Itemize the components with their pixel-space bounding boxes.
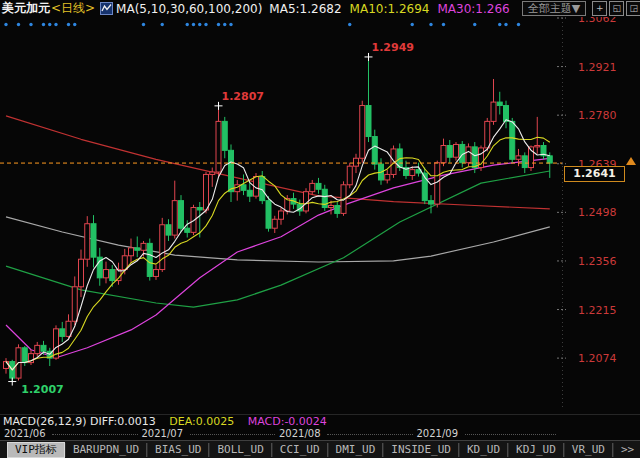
candle-body [60,329,65,337]
candle-body [491,102,496,121]
signal-dot [17,23,20,26]
candle-body [197,208,202,210]
signal-dot [198,23,201,26]
candle-body [329,205,334,207]
axis-label: 1.2780 [578,109,617,122]
candle-body [204,174,209,209]
current-price-marker-icon [626,157,636,165]
month-label: 2021/09 [417,428,459,439]
candle-body [72,287,77,321]
month-label: 2021/07 [142,428,184,439]
crosshair-icon[interactable]: + [592,1,607,16]
indicator-tab-boll_ud[interactable]: BOLL_UD [209,443,271,457]
signal-dot [223,23,226,26]
candle-body [172,201,177,235]
date-grid-dots [52,434,138,435]
indicator-tab-vip[interactable]: VIP指标 [7,442,65,458]
indicator-tab-bias_ud[interactable]: BIAS_UD [147,443,209,457]
candle-body [510,121,515,159]
indicator-tab-barupdn_ud[interactable]: BARUPDN_UD [65,443,147,457]
date-axis: 2021/062021/072021/082021/09 [0,428,640,440]
candlestick-chart[interactable]: 1.30621.29211.27801.26391.24981.23561.22… [0,0,640,440]
signal-dot [142,23,145,26]
indicator-tab-cci_ud[interactable]: CCI_UD [272,443,328,457]
axis-label: 1.2356 [578,255,617,268]
candle-body [4,362,9,369]
signal-dot [498,23,501,26]
candle-body [160,225,165,270]
low-annotation: 1.2007 [21,383,63,396]
candle-body [454,144,459,157]
indicator-tab-dmi_ud[interactable]: DMI_UD [328,443,384,457]
chart-header: 美元加元 <日线> MA(5,10,30,60,100,200) MA5:1.2… [0,0,640,17]
current-price-tag: 1.2641 [564,166,625,182]
signal-dot [348,23,351,26]
signal-dot [48,23,51,26]
indicator-tab-vr_ud[interactable]: VR_UD [564,443,613,457]
candle-body [354,158,359,166]
signal-dot [192,23,195,26]
month-label: 2021/06 [4,428,46,439]
ma5-value: MA5:1.2682 [269,2,341,16]
candle-body [466,147,471,163]
macd-macd-label: MACD:-0.0024 [248,415,327,428]
candle-body [216,121,221,172]
candle-body [141,243,146,250]
signal-dot [411,23,414,26]
signal-dot [229,23,232,26]
indicator-tab-[interactable]: >> [613,443,640,457]
indicator-tab-inside_ud[interactable]: INSIDE_UD [383,443,459,457]
candle-body [166,225,171,235]
candle-body [279,211,284,219]
candle-body [366,106,371,137]
candle-body [504,106,509,122]
candle-body [347,166,352,185]
signal-dot [217,23,220,26]
pane-next-icon[interactable]: ◲ [626,1,640,16]
signal-dot [204,23,207,26]
candle-body [535,146,540,147]
candle-body [335,205,340,213]
axis-label: 1.2498 [578,206,617,219]
candle-body [372,137,377,165]
candle-body [429,201,434,204]
candle-body [410,170,415,176]
signal-dot [504,23,507,26]
candle-body [472,147,477,168]
all-themes-dropdown[interactable]: 全部主题▼ [522,1,586,16]
ma30-value: MA30:1.266 [437,2,509,16]
candle-body [147,243,152,276]
signal-dot [42,23,45,26]
indicator-tab-bar: VIP指标BARUPDN_UDBIAS_UDBOLL_UDCCI_UDDMI_U… [0,440,640,458]
signal-dot [517,23,520,26]
candle-body [91,224,96,257]
macd-dea-label: DEA:0.0025 [169,415,234,428]
macd-diff-label: MACD(26,12,9) DIFF:0.0013 [3,415,156,428]
candle-body [241,185,246,191]
signal-dot [4,23,7,26]
date-grid-dots [327,434,413,435]
signal-dot [442,23,445,26]
candle-body [516,156,521,159]
signal-dot [29,23,32,26]
indicator-tab-kd_ud[interactable]: KD_UD [459,443,508,457]
timeframe-label[interactable]: <日线> [51,0,95,17]
candle-body [497,102,502,105]
trading-app-window: 美元加元 <日线> MA(5,10,30,60,100,200) MA5:1.2… [0,0,640,458]
axis-label: 1.2074 [578,352,617,365]
candle-body [316,183,321,189]
candle-body [435,163,440,204]
indicator-icon[interactable] [100,2,113,15]
candle-body [385,174,390,180]
signal-dot [186,23,189,26]
macd-pane-header: MACD(26,12,9) DIFF:0.0013 DEA:0.0025 MAC… [0,414,640,429]
date-grid-dots [190,434,276,435]
high-annotation: 1.2949 [372,41,414,54]
candle-body [185,228,190,232]
high-annotation: 1.2807 [222,90,264,103]
candle-body [22,348,27,363]
candle-body [522,156,527,168]
pane-corner-icon[interactable]: ◱ [609,1,624,16]
signal-dot [67,23,70,26]
indicator-tab-kdj_ud[interactable]: KDJ_UD [508,443,564,457]
